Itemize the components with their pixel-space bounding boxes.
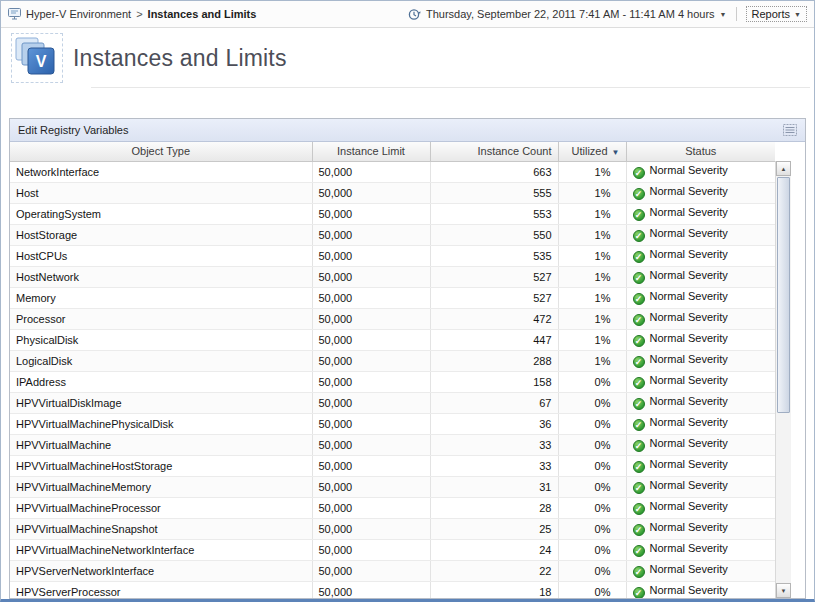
instance-limit-cell: 50,000 (312, 476, 430, 497)
utilized-cell: 1% (558, 266, 626, 287)
scrollbar-thumb[interactable] (777, 177, 790, 413)
instance-limit-cell: 50,000 (312, 224, 430, 245)
status-label: Normal Severity (650, 479, 728, 491)
status-cell: ✓Normal Severity (626, 224, 775, 245)
table-row[interactable]: HPVVirtualDiskImage50,000670%✓Normal Sev… (10, 392, 775, 413)
instance-limit-cell: 50,000 (312, 287, 430, 308)
instance-limit-cell: 50,000 (312, 350, 430, 371)
status-cell: ✓Normal Severity (626, 329, 775, 350)
status-label: Normal Severity (650, 395, 728, 407)
table-row[interactable]: HPVVirtualMachinePhysicalDisk50,000360%✓… (10, 413, 775, 434)
object-type-cell: HPVVirtualMachineMemory (10, 476, 312, 497)
table-row[interactable]: HPVVirtualMachineHostStorage50,000330%✓N… (10, 455, 775, 476)
table-row[interactable]: HPVVirtualMachineNetworkInterface50,0002… (10, 539, 775, 560)
instance-count-cell: 28 (430, 497, 558, 518)
normal-severity-check-icon: ✓ (633, 545, 645, 557)
status-cell: ✓Normal Severity (626, 455, 775, 476)
column-header-instance-count[interactable]: Instance Count (430, 142, 558, 161)
table-header-row: Object Type Instance Limit Instance Coun… (10, 142, 775, 161)
breadcrumb-current: Instances and Limits (148, 8, 257, 20)
utilized-cell: 0% (558, 497, 626, 518)
edit-registry-variables-panel: Edit Registry Variables Object Type Inst… (9, 118, 806, 599)
table-row[interactable]: PhysicalDisk50,0004471%✓Normal Severity (10, 329, 775, 350)
instance-count-cell: 25 (430, 518, 558, 539)
utilized-cell: 1% (558, 203, 626, 224)
object-type-cell: HostNetwork (10, 266, 312, 287)
status-label: Normal Severity (650, 269, 728, 281)
column-header-instance-limit[interactable]: Instance Limit (312, 142, 430, 161)
table-row[interactable]: HostNetwork50,0005271%✓Normal Severity (10, 266, 775, 287)
normal-severity-check-icon: ✓ (633, 398, 645, 410)
column-header-object-type[interactable]: Object Type (10, 142, 312, 161)
instance-count-cell: 18 (430, 581, 558, 598)
time-range-label[interactable]: Thursday, September 22, 2011 7:41 AM - 1… (426, 8, 715, 20)
object-type-cell: HPVVirtualMachineSnapshot (10, 518, 312, 539)
instance-count-cell: 527 (430, 287, 558, 308)
status-label: Normal Severity (650, 500, 728, 512)
breadcrumb-parent[interactable]: Hyper-V Environment (26, 8, 131, 20)
table-row[interactable]: LogicalDisk50,0002881%✓Normal Severity (10, 350, 775, 371)
status-cell: ✓Normal Severity (626, 518, 775, 539)
status-label: Normal Severity (650, 290, 728, 302)
utilized-cell: 1% (558, 308, 626, 329)
table-row[interactable]: Memory50,0005271%✓Normal Severity (10, 287, 775, 308)
table-row[interactable]: HPVVirtualMachineSnapshot50,000250%✓Norm… (10, 518, 775, 539)
scrollbar-up-arrow-icon[interactable]: ▲ (776, 161, 791, 176)
normal-severity-check-icon: ✓ (633, 440, 645, 452)
object-type-cell: Host (10, 182, 312, 203)
table-row[interactable]: HPVVirtualMachine50,000330%✓Normal Sever… (10, 434, 775, 455)
time-range-caret-icon[interactable]: ▼ (720, 11, 727, 18)
table-customizer-icon[interactable] (783, 124, 797, 136)
instance-count-cell: 67 (430, 392, 558, 413)
panel-title: Edit Registry Variables (18, 124, 128, 136)
instance-limit-cell: 50,000 (312, 245, 430, 266)
scrollbar-track[interactable] (776, 176, 791, 583)
instance-limit-cell: 50,000 (312, 413, 430, 434)
column-header-utilized[interactable]: Utilized▼ (558, 142, 626, 161)
table-row[interactable]: Host50,0005551%✓Normal Severity (10, 182, 775, 203)
status-cell: ✓Normal Severity (626, 161, 775, 182)
normal-severity-check-icon: ✓ (633, 167, 645, 179)
utilized-cell: 1% (558, 161, 626, 182)
status-label: Normal Severity (650, 185, 728, 197)
scrollbar-down-arrow-icon[interactable]: ▼ (776, 583, 791, 598)
topbar-right: Thursday, September 22, 2011 7:41 AM - 1… (408, 6, 807, 22)
table-row[interactable]: HostCPUs50,0005351%✓Normal Severity (10, 245, 775, 266)
table-row[interactable]: HPVServerProcessor50,000180%✓Normal Seve… (10, 581, 775, 598)
status-label: Normal Severity (650, 521, 728, 533)
status-label: Normal Severity (650, 563, 728, 575)
utilized-cell: 0% (558, 371, 626, 392)
object-type-cell: HPVVirtualMachinePhysicalDisk (10, 413, 312, 434)
table-row[interactable]: IPAddress50,0001580%✓Normal Severity (10, 371, 775, 392)
instance-count-cell: 472 (430, 308, 558, 329)
table-row[interactable]: NetworkInterface50,0006631%✓Normal Sever… (10, 161, 775, 182)
normal-severity-check-icon: ✓ (633, 524, 645, 536)
table-row[interactable]: OperatingSystem50,0005531%✓Normal Severi… (10, 203, 775, 224)
reports-button[interactable]: Reports ▼ (746, 6, 807, 22)
table-row[interactable]: HPVServerNetworkInterface50,000220%✓Norm… (10, 560, 775, 581)
instance-count-cell: 555 (430, 182, 558, 203)
instance-count-cell: 36 (430, 413, 558, 434)
instances-table: Object Type Instance Limit Instance Coun… (10, 142, 775, 598)
status-cell: ✓Normal Severity (626, 182, 775, 203)
object-type-cell: IPAddress (10, 371, 312, 392)
normal-severity-check-icon: ✓ (633, 503, 645, 515)
table-area: Object Type Instance Limit Instance Coun… (10, 142, 805, 598)
page: Hyper-V Environment > Instances and Limi… (0, 0, 815, 602)
instance-limit-cell: 50,000 (312, 182, 430, 203)
table-row[interactable]: Processor50,0004721%✓Normal Severity (10, 308, 775, 329)
panel-header: Edit Registry Variables (10, 119, 805, 142)
table-row[interactable]: HPVVirtualMachineMemory50,000310%✓Normal… (10, 476, 775, 497)
table-row[interactable]: HPVVirtualMachineProcessor50,000280%✓Nor… (10, 497, 775, 518)
status-label: Normal Severity (650, 332, 728, 344)
instance-limit-cell: 50,000 (312, 497, 430, 518)
status-cell: ✓Normal Severity (626, 203, 775, 224)
status-label: Normal Severity (650, 374, 728, 386)
time-range-icon (408, 8, 421, 21)
vertical-scrollbar[interactable]: ▲ ▼ (775, 161, 791, 598)
object-type-cell: HPVVirtualMachineNetworkInterface (10, 539, 312, 560)
table-row[interactable]: HostStorage50,0005501%✓Normal Severity (10, 224, 775, 245)
column-header-status[interactable]: Status (626, 142, 775, 161)
utilized-cell: 0% (558, 476, 626, 497)
object-type-cell: HPVVirtualMachineProcessor (10, 497, 312, 518)
